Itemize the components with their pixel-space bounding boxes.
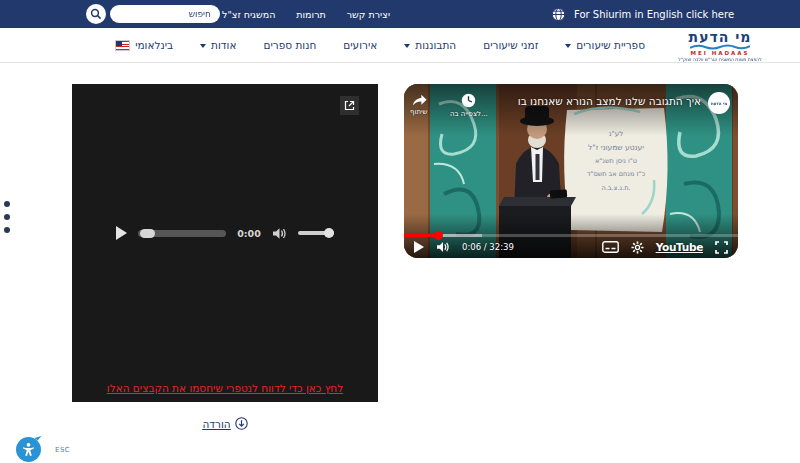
nav-label: חנות ספרים [263,39,316,51]
top-link-contact[interactable]: יצירת קשר [347,9,390,20]
download-icon [235,417,248,430]
audio-seek-thumb[interactable] [140,229,155,238]
audio-seek-bar[interactable] [138,230,226,237]
share-icon [411,93,427,106]
accessibility-cursor-icon [35,433,42,440]
nav-label: בינלאומי [135,39,173,51]
volume-icon[interactable] [272,227,287,240]
chevron-down-icon [404,44,410,48]
svg-text:לע"נ: לע"נ [609,130,623,138]
avatar-logo-text: מי הדעת [711,101,727,106]
menu: ספריית שיעורים זמני שיעורים התבוננות איר… [70,28,645,62]
subtitles-icon [602,241,619,253]
nav-item-events[interactable]: אירועים [343,39,377,51]
netfree-report-link[interactable]: לחץ כאן כדי לדווח לנטפרי שיחסמו את הקבצי… [72,382,378,394]
share-button[interactable]: שיתוף [410,93,428,116]
fullscreen-button[interactable] [715,241,728,254]
audio-current-time: 0:00 [237,228,261,239]
logo-hebrew-text: מי הדעת [664,31,776,44]
video-timestamp: 0:06 / 32:39 [462,242,514,252]
audio-play-button[interactable] [116,226,127,240]
nav-label: אודות [211,39,236,51]
video-controls: 0:06 / 32:39 [404,237,738,257]
nav-item-shiur-library[interactable]: ספריית שיעורים [565,39,645,51]
svg-text:יענטע שמעוני ז"ל: יענטע שמעוני ז"ל [588,143,644,152]
svg-text:ט"ו ניסן תשנ"א: ט"ו ניסן תשנ"א [595,157,637,165]
nav-item-bookstore[interactable]: חנות ספרים [263,39,316,51]
watch-later-label: לצפייה בה... [450,110,488,118]
video-play-button[interactable] [414,241,424,253]
volume-thumb[interactable] [324,228,334,238]
nav-label: זמני שיעורים [483,39,538,51]
nav-item-about[interactable]: אודות [200,39,236,51]
nav-item-international[interactable]: בינלאומי [115,39,173,51]
nav-label: התבוננות [415,39,456,51]
english-link-label: For Shiurim in English click here [574,9,734,20]
subtitles-button[interactable] [602,241,619,253]
globe-icon [551,7,566,22]
open-new-window-button[interactable] [340,96,359,115]
youtube-logo[interactable]: YouTube [656,241,703,253]
top-bar: יצירת קשר תרומות המשגיח זצ"ל For Shiurim… [0,0,800,28]
svg-text:ת.נ.צ.ב.ה.: ת.נ.צ.ב.ה. [601,184,630,192]
search-icon [90,8,102,20]
search-input[interactable] [110,5,220,23]
nav-label: אירועים [343,39,377,51]
top-links: יצירת קשר תרומות המשגיח זצ"ל [222,0,390,28]
nav-item-shiur-times[interactable]: זמני שיעורים [483,39,538,51]
logo-tagline: להפצת משנת המשגיח הגר"ש וולבה זצוק"ל [670,56,771,62]
search-button[interactable] [86,4,106,24]
download-label: הורדה [202,418,230,430]
floating-widget-handle[interactable] [4,201,10,233]
english-shiurim-link[interactable]: For Shiurim in English click here [551,0,734,28]
channel-avatar[interactable]: מי הדעת [708,92,730,114]
page: יצירת קשר תרומות המשגיח זצ"ל For Shiurim… [0,0,800,463]
download-link[interactable]: הורדה [72,417,378,430]
gear-icon [631,241,644,254]
clock-icon [461,93,476,108]
video-volume-icon [436,241,450,253]
fullscreen-icon [715,241,728,254]
logo-latin-text: MEI HADAAS [664,50,776,56]
nav-label: ספריית שיעורים [576,39,645,51]
esc-label: ESC [55,446,70,454]
site-logo[interactable]: מי הדעת MEI HADAAS להפצת משנת המשגיח הגר… [664,31,776,63]
open-in-new-icon [344,100,355,111]
audio-controls: 0:00 [72,222,378,244]
watch-later-button[interactable]: לצפייה בה... [450,93,488,118]
svg-text:כ"ז מנחם אב תשס"ד: כ"ז מנחם אב תשס"ד [587,170,646,178]
chevron-down-icon [200,44,206,48]
top-link-mashgiach[interactable]: המשגיח זצ"ל [222,9,275,20]
settings-button[interactable] [631,241,644,254]
main-navigation: ספריית שיעורים זמני שיעורים התבוננות איר… [0,28,800,63]
top-link-donations[interactable]: תרומות [296,9,325,20]
audio-embed: 0:00 לחץ כאן כדי לדווח לנטפרי שיחסמו את … [72,84,378,402]
chevron-down-icon [565,44,571,48]
accessibility-icon [21,442,36,457]
share-label: שיתוף [410,108,428,116]
nav-item-hitbonenut[interactable]: התבוננות [404,39,456,51]
video-title[interactable]: איך התגובה שלנו למצב הנורא שאנחנו בו [504,95,701,107]
volume-slider[interactable] [298,231,334,235]
youtube-embed: לע"נ יענטע שמעוני ז"ל ט"ו ניסן תשנ"א כ"ז… [404,84,738,258]
us-flag-icon [115,40,130,51]
video-volume-button[interactable] [436,241,450,253]
